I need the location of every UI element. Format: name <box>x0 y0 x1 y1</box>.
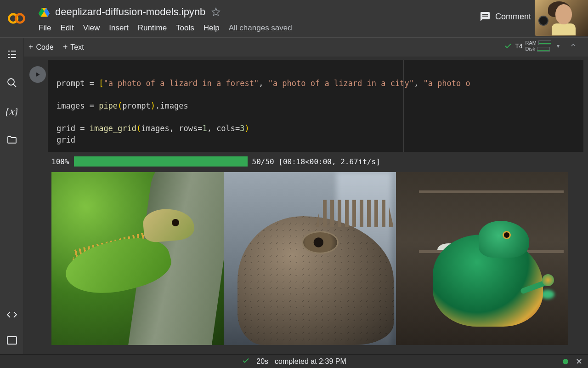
save-status[interactable]: All changes saved <box>229 23 292 33</box>
files-icon[interactable] <box>6 133 18 146</box>
menu-view[interactable]: View <box>83 23 100 33</box>
webcam-overlay <box>535 0 588 36</box>
menu-edit[interactable]: Edit <box>60 23 74 33</box>
terminal-icon[interactable] <box>6 334 18 347</box>
statusbar: 20s completed at 2:39 PM ✕ <box>0 354 588 368</box>
colab-logo[interactable] <box>6 8 27 29</box>
progress-bar <box>74 156 248 167</box>
left-rail: {𝑥} <box>0 38 24 354</box>
menu-insert[interactable]: Insert <box>109 23 129 33</box>
kernel-status-dot <box>563 359 568 364</box>
menu-runtime[interactable]: Runtime <box>138 23 167 33</box>
menu-help[interactable]: Help <box>204 23 220 33</box>
variables-icon[interactable]: {𝑥} <box>6 105 18 118</box>
connected-check-icon <box>504 42 512 50</box>
status-text: completed at 2:39 PM <box>275 357 346 366</box>
generated-image-3 <box>396 172 568 345</box>
search-icon[interactable] <box>6 76 18 89</box>
status-time: 20s <box>256 357 268 366</box>
star-icon[interactable] <box>211 7 221 17</box>
notebook-main: ✓ 20s prompt = ["a photo of a lizard in … <box>24 57 588 354</box>
notebook-title[interactable]: deeplizard-diffusion-models.ipynb <box>55 6 205 18</box>
drive-icon <box>39 6 50 17</box>
run-cell-button[interactable] <box>29 66 46 83</box>
progress-pct: 100% <box>51 157 69 166</box>
comment-button[interactable]: Comment <box>480 11 531 22</box>
comment-label: Comment <box>495 12 531 22</box>
progress-text: 50/50 [00:18<00:00, 2.67it/s] <box>252 157 380 166</box>
cell-exec-time: 20s <box>24 73 27 79</box>
code-snippets-icon[interactable] <box>6 308 18 321</box>
svg-point-2 <box>8 79 14 85</box>
output-images <box>51 172 580 345</box>
resource-meters[interactable]: RAM Disk <box>526 40 551 52</box>
toc-icon[interactable] <box>6 48 18 61</box>
statusbar-close-icon[interactable]: ✕ <box>576 356 582 367</box>
generated-image-1 <box>51 172 224 345</box>
status-check-icon <box>242 356 250 367</box>
add-code-button[interactable]: +Code <box>28 42 54 52</box>
collapse-toolbar-icon[interactable] <box>565 39 582 53</box>
runtime-dropdown[interactable]: ▾ <box>554 43 562 49</box>
svg-rect-3 <box>7 337 17 344</box>
menu-tools[interactable]: Tools <box>176 23 194 33</box>
cell-success-icon: ✓ <box>24 64 27 72</box>
menu-file[interactable]: File <box>39 23 51 33</box>
code-editor[interactable]: prompt = ["a photo of a lizard in a fore… <box>48 60 583 152</box>
cell-output: 100% 50/50 [00:18<00:00, 2.67it/s] <box>48 152 583 345</box>
code-cell: ✓ 20s prompt = ["a photo of a lizard in … <box>28 60 583 345</box>
add-text-button[interactable]: +Text <box>63 42 84 52</box>
generated-image-2 <box>224 172 396 345</box>
runtime-type[interactable]: T4 <box>515 42 522 50</box>
header: deeplizard-diffusion-models.ipynb File E… <box>0 0 588 38</box>
toolbar: +Code +Text T4 RAM Disk ▾ <box>0 38 588 57</box>
cell-gutter: ✓ 20s <box>24 64 27 79</box>
